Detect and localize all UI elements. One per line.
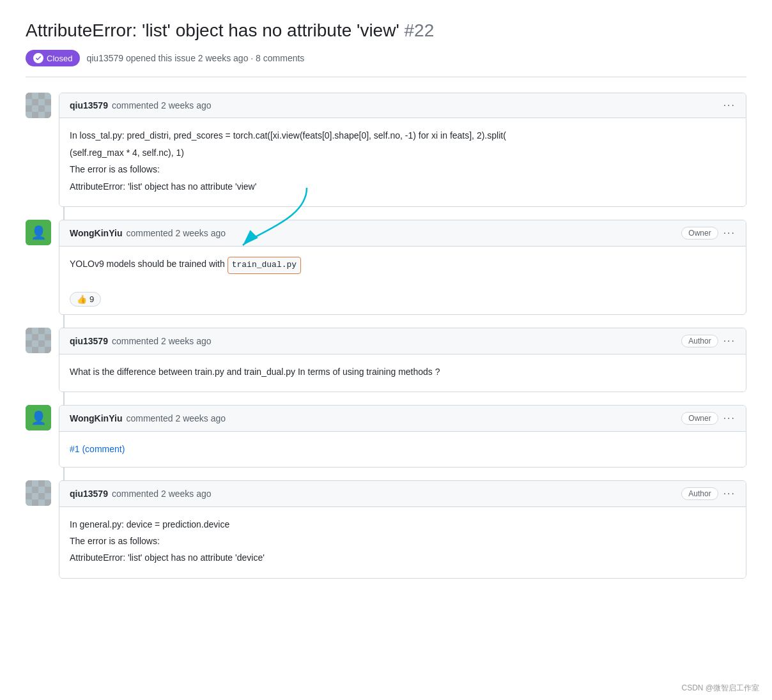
svg-rect-31 [45, 499, 51, 506]
svg-text:👤: 👤 [31, 225, 47, 240]
svg-rect-24 [26, 480, 32, 487]
comment-header-left-2: WongKinYiu commented 2 weeks ago [70, 228, 226, 238]
comment-author-5[interactable]: qiu13579 [70, 489, 108, 499]
comment-header-left-5: qiu13579 commented 2 weeks ago [70, 489, 212, 499]
svg-rect-28 [26, 493, 32, 499]
thumbsup-reaction-2[interactable]: 👍 9 [70, 292, 101, 307]
author-badge-3: Author [681, 335, 718, 347]
svg-rect-26 [32, 487, 38, 493]
body-prefix-2: YOLOv9 models should be trained with [70, 259, 228, 269]
comment-time-2: commented 2 weeks ago [126, 228, 226, 238]
avatar-qiu1 [26, 93, 51, 118]
comment-header-right-2: Owner ··· [681, 227, 736, 240]
comment-header-right-1: ··· [723, 100, 736, 111]
svg-rect-13 [26, 328, 32, 334]
issue-title: AttributeError: 'list' object has no att… [26, 19, 746, 42]
comment-thread-4: 👤 WongKinYiu commented 2 weeks ago Owner… [26, 405, 746, 467]
comment-link-4[interactable]: #1 (comment) [70, 444, 125, 454]
svg-rect-15 [32, 334, 38, 340]
comment-box-3: qiu13579 commented 2 weeks ago Author ··… [59, 328, 746, 392]
comment-line-3-0: What is the difference between train.py … [70, 365, 736, 379]
svg-rect-19 [32, 347, 38, 353]
check-circle-icon [33, 53, 43, 63]
comment-box-2: WongKinYiu commented 2 weeks ago Owner ·… [59, 220, 746, 315]
svg-rect-5 [26, 105, 32, 112]
svg-rect-4 [45, 99, 51, 105]
comment-header-left-1: qiu13579 commented 2 weeks ago [70, 100, 212, 110]
comment-header-5: qiu13579 commented 2 weeks ago Author ··… [59, 481, 746, 507]
comment-line-1-1: (self.reg_max * 4, self.nc), 1) [70, 146, 736, 160]
svg-text:👤: 👤 [31, 410, 47, 425]
issue-number: #22 [405, 20, 435, 40]
comment-header-2: WongKinYiu commented 2 weeks ago Owner ·… [59, 220, 746, 247]
comment-box-4: WongKinYiu commented 2 weeks ago Owner ·… [59, 405, 746, 467]
comment-thread-3: qiu13579 commented 2 weeks ago Author ··… [26, 328, 746, 392]
svg-rect-2 [38, 93, 45, 99]
comment-body-5: In general.py: device = prediction.devic… [59, 507, 746, 578]
comment-body-3: What is the difference between train.py … [59, 354, 746, 392]
author-badge-5: Author [681, 487, 718, 500]
comment-body-1: In loss_tal.py: pred_distri, pred_scores… [59, 118, 746, 206]
comment-text-2: YOLOv9 models should be trained with tra… [70, 257, 736, 274]
closed-badge: Closed [26, 50, 80, 66]
comment-header-3: qiu13579 commented 2 weeks ago Author ··… [59, 328, 746, 354]
avatar-qiu5 [26, 480, 51, 506]
spacer-3 [26, 392, 746, 405]
comment-thread-1: qiu13579 commented 2 weeks ago ··· In lo… [26, 93, 746, 207]
svg-rect-25 [38, 480, 45, 487]
comment-body-4: #1 (comment) [59, 432, 746, 466]
svg-rect-30 [32, 499, 38, 506]
comment-thread-5: qiu13579 commented 2 weeks ago Author ··… [26, 480, 746, 579]
comment-thread-2: 👤 WongKinYiu commented 2 weeks ago Owner… [26, 220, 746, 315]
comment-body-2: YOLOv9 models should be trained with tra… [59, 247, 746, 287]
owner-badge-2: Owner [681, 227, 718, 240]
comment-box-5: qiu13579 commented 2 weeks ago Author ··… [59, 480, 746, 579]
spacer-2 [26, 315, 746, 328]
comment-line-1-3: AttributeError: 'list' object has no att… [70, 179, 736, 194]
meta-text: qiu13579 opened this issue 2 weeks ago ·… [86, 53, 304, 63]
svg-rect-27 [45, 487, 51, 493]
spacer-4 [26, 468, 746, 480]
comment-time-5: commented 2 weeks ago [112, 489, 212, 499]
svg-rect-1 [26, 93, 32, 99]
more-button-3[interactable]: ··· [723, 335, 736, 347]
thumbsup-count-2: 9 [89, 294, 94, 304]
comment-time-1: commented 2 weeks ago [112, 100, 212, 110]
more-button-2[interactable]: ··· [723, 227, 736, 239]
comment-header-1: qiu13579 commented 2 weeks ago ··· [59, 93, 746, 118]
comment-line-1-2: The error is as follows: [70, 162, 736, 176]
thumbsup-emoji-2: 👍 [77, 294, 87, 304]
svg-rect-16 [45, 334, 51, 340]
more-button-1[interactable]: ··· [723, 100, 736, 111]
spacer-1 [26, 207, 746, 220]
comment-header-right-3: Author ··· [681, 335, 736, 347]
comment-header-left-3: qiu13579 commented 2 weeks ago [70, 336, 212, 346]
comment-time-3: commented 2 weeks ago [112, 336, 212, 346]
comments-section: qiu13579 commented 2 weeks ago ··· In lo… [26, 93, 746, 578]
comment-header-right-5: Author ··· [681, 487, 736, 500]
more-button-4[interactable]: ··· [723, 413, 736, 424]
avatar-qiu3 [26, 328, 51, 353]
svg-rect-18 [38, 340, 45, 347]
inline-code-2: train_dual.py [228, 257, 301, 274]
svg-rect-29 [38, 493, 45, 499]
owner-badge-4: Owner [681, 412, 718, 425]
comment-header-right-4: Owner ··· [681, 412, 736, 425]
comment-author-4[interactable]: WongKinYiu [70, 413, 122, 423]
comment-box-1: qiu13579 commented 2 weeks ago ··· In lo… [59, 93, 746, 207]
avatar-wongkinyiu-4: 👤 [26, 405, 51, 430]
comment-author-3[interactable]: qiu13579 [70, 336, 108, 346]
svg-rect-17 [26, 340, 32, 347]
svg-rect-7 [32, 112, 38, 118]
comment-line-5-0: In general.py: device = prediction.devic… [70, 517, 736, 531]
comment-line-5-2: AttributeError: 'list' object has no att… [70, 551, 736, 565]
comment-author-1[interactable]: qiu13579 [70, 100, 108, 110]
comment-time-4: commented 2 weeks ago [126, 413, 226, 423]
issue-meta: Closed qiu13579 opened this issue 2 week… [26, 50, 746, 77]
title-text: AttributeError: 'list' object has no att… [26, 20, 399, 40]
svg-rect-20 [45, 347, 51, 353]
svg-rect-3 [32, 99, 38, 105]
comment-author-2[interactable]: WongKinYiu [70, 228, 122, 238]
more-button-5[interactable]: ··· [723, 488, 736, 499]
reaction-bar-2: 👍 9 [59, 287, 746, 314]
